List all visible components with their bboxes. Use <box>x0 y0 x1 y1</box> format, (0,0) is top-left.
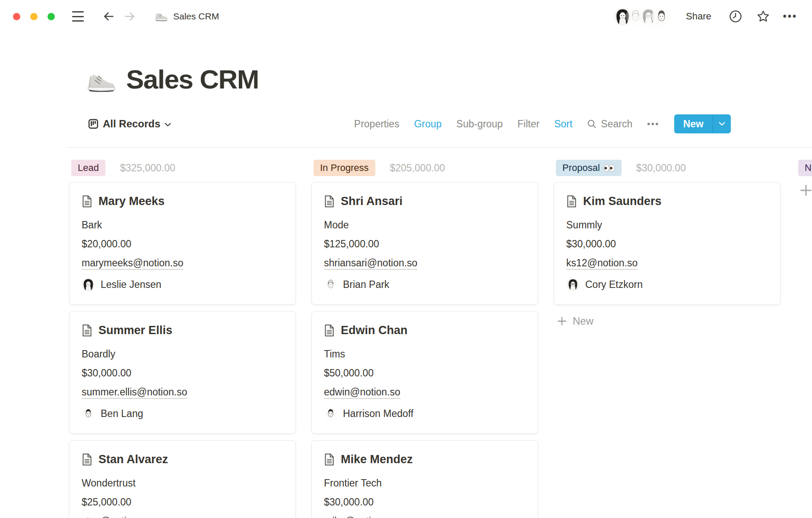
page-favicon-sneaker-icon <box>154 12 168 21</box>
card-stan-alvarez[interactable]: Stan Alvarez Wondertrust $25,000.00 stan… <box>69 440 296 518</box>
email-link[interactable]: marymeeks@notion.so <box>82 257 184 270</box>
card-title: Kim Saunders <box>583 195 662 208</box>
owner-row: Brian Park <box>324 278 526 291</box>
group-header: In Progress $205,000.00 <box>314 159 538 177</box>
group-sum: $30,000.00 <box>636 162 686 174</box>
minimize-window-button[interactable] <box>30 13 38 20</box>
company-value: Bark <box>82 218 283 231</box>
page-icon-sneaker[interactable] <box>86 72 116 92</box>
filter-button[interactable]: Filter <box>517 118 539 130</box>
card-title-row: Summer Ellis <box>82 324 283 337</box>
more-options-icon[interactable]: ••• <box>783 11 797 22</box>
card-title-row: Mary Meeks <box>82 195 283 208</box>
group-sum: $205,000.00 <box>390 162 445 174</box>
document-icon <box>324 324 335 337</box>
properties-button[interactable]: Properties <box>354 118 400 130</box>
owner-row: Cory Etzkorn <box>566 278 768 291</box>
board-group-proposal: Proposal $30,000.00 Kim Saunders Summly … <box>554 159 780 327</box>
back-arrow-icon[interactable] <box>102 9 115 23</box>
search-label: Search <box>601 118 632 130</box>
close-window-button[interactable] <box>13 13 20 20</box>
share-button[interactable]: Share <box>686 11 711 22</box>
updates-clock-icon[interactable] <box>728 9 743 24</box>
amount-value: $30,000.00 <box>82 366 283 379</box>
card-mary-meeks[interactable]: Mary Meeks Bark $20,000.00 marymeeks@not… <box>69 182 296 305</box>
company-value: Frontier Tech <box>324 477 526 490</box>
toolbar-divider <box>67 147 812 148</box>
document-icon <box>82 195 92 208</box>
add-card-label: New <box>573 315 593 327</box>
card-shri-ansari[interactable]: Shri Ansari Mode $125,000.00 shriansari@… <box>311 182 538 305</box>
card-title-row: Edwin Chan <box>324 324 526 337</box>
add-card-button[interactable] <box>799 183 812 198</box>
card-title: Mary Meeks <box>98 195 165 208</box>
plus-icon <box>556 316 568 327</box>
favorite-star-icon[interactable] <box>755 9 771 24</box>
card-title: Edwin Chan <box>341 324 408 337</box>
card-title: Summer Ellis <box>98 324 172 337</box>
card-edwin-chan[interactable]: Edwin Chan Tims $50,000.00 edwin@notion.… <box>311 311 538 434</box>
man-avatar <box>324 278 337 291</box>
search-button[interactable]: Search <box>587 118 632 130</box>
email-link[interactable]: stan@notion.so <box>82 515 151 518</box>
group-header: Lead $325,000.00 <box>71 159 296 177</box>
card-list: Kim Saunders Summly $30,000.00 ks12@noti… <box>554 182 780 305</box>
owner-name: Brian Park <box>343 279 389 291</box>
company-value: Boardly <box>82 347 283 360</box>
email-link[interactable]: shriansari@notion.so <box>324 257 417 270</box>
collaborator-avatars[interactable] <box>614 8 670 25</box>
status-badge[interactable]: Lead <box>71 160 105 176</box>
status-badge[interactable]: In Progress <box>314 160 375 176</box>
document-icon <box>566 195 577 208</box>
amount-value: $25,000.00 <box>82 496 283 509</box>
collaborator-avatar-4[interactable] <box>653 8 670 25</box>
owner-name: Ben Lang <box>101 408 143 420</box>
email-link[interactable]: summer.ellis@notion.so <box>82 386 187 399</box>
new-record-split-button: New <box>674 114 731 133</box>
view-more-options-icon[interactable]: ••• <box>647 119 660 129</box>
board-group-lead: Lead $325,000.00 Mary Meeks Bark $20,000… <box>69 159 296 518</box>
email-link[interactable]: ks12@notion.so <box>566 257 638 270</box>
sidebar-menu-icon[interactable] <box>71 11 84 22</box>
card-title: Mike Mendez <box>341 453 413 466</box>
owner-row: Harrison Medoff <box>324 407 526 420</box>
window-controls <box>13 13 55 20</box>
new-record-button[interactable]: New <box>674 114 713 133</box>
card-title-row: Kim Saunders <box>566 195 768 208</box>
owner-name: Cory Etzkorn <box>585 279 643 291</box>
email-link[interactable]: mike@notion.so <box>324 515 395 518</box>
man-avatar <box>82 407 95 420</box>
new-record-dropdown-button[interactable] <box>713 114 731 133</box>
card-mike-mendez[interactable]: Mike Mendez Frontier Tech $30,000.00 mik… <box>311 440 538 518</box>
board-group-clipped: N <box>796 159 812 198</box>
owner-row: Leslie Jensen <box>82 278 283 291</box>
status-label: Proposal <box>562 163 600 173</box>
card-summer-ellis[interactable]: Summer Ellis Boardly $30,000.00 summer.e… <box>69 311 296 434</box>
woman-glasses-avatar <box>566 278 580 291</box>
page-title[interactable]: Sales CRM <box>126 64 259 95</box>
group-sum: $325,000.00 <box>120 162 175 174</box>
card-list: Shri Ansari Mode $125,000.00 shriansari@… <box>311 182 538 518</box>
document-icon <box>324 195 335 208</box>
forward-arrow-icon[interactable] <box>123 9 137 23</box>
zoom-window-button[interactable] <box>48 13 55 20</box>
company-value: Summly <box>566 218 768 231</box>
status-badge[interactable]: Proposal <box>556 160 622 176</box>
card-title-row: Shri Ansari <box>324 195 526 208</box>
amount-value: $30,000.00 <box>566 237 768 250</box>
view-toolbar: All Records Properties Group Sub-group F… <box>0 114 812 134</box>
email-link[interactable]: edwin@notion.so <box>324 386 400 399</box>
view-switcher[interactable]: All Records <box>88 118 171 130</box>
chevron-down-icon <box>165 123 171 127</box>
sort-button[interactable]: Sort <box>554 118 572 130</box>
status-badge[interactable]: N <box>798 160 812 176</box>
document-icon <box>82 324 92 337</box>
amount-value: $20,000.00 <box>82 237 283 250</box>
window-titlebar: Sales CRM Share ••• <box>0 0 812 33</box>
group-button[interactable]: Group <box>414 118 442 130</box>
card-kim-saunders[interactable]: Kim Saunders Summly $30,000.00 ks12@noti… <box>554 182 780 305</box>
add-card-button[interactable]: New <box>556 315 593 327</box>
sub-group-button[interactable]: Sub-group <box>457 118 503 130</box>
chevron-down-icon <box>719 122 725 126</box>
window-title: Sales CRM <box>173 11 219 22</box>
